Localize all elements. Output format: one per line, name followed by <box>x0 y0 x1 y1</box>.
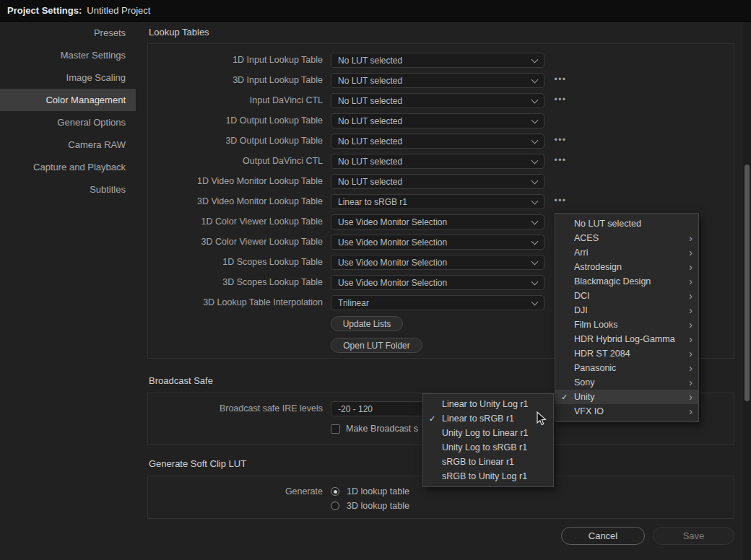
open-lut-folder-button[interactable]: Open LUT Folder <box>331 338 422 353</box>
submenu-arrow-icon: › <box>689 334 694 344</box>
dropdown-value: Use Video Monitor Selection <box>338 258 532 268</box>
dropdown-3d-lut-interpolation[interactable]: Trilinear <box>331 295 544 310</box>
menu-item-unity[interactable]: ✓Unity› <box>555 390 698 404</box>
sidebar-item-general-options[interactable]: General Options <box>0 111 136 134</box>
chevron-down-icon <box>531 237 539 245</box>
sidebar-item-master-settings[interactable]: Master Settings <box>0 44 136 66</box>
sidebar-item-label: Camera RAW <box>68 139 126 150</box>
field-label: 3D Color Viewer Lookup Table <box>147 235 323 250</box>
dropdown-1d-input-lut[interactable]: No LUT selected <box>331 53 544 68</box>
save-button[interactable]: Save <box>653 527 734 545</box>
sidebar-item-capture-and-playback[interactable]: Capture and Playback <box>0 156 136 178</box>
submenu-item-unity-log-to-srgb-r1[interactable]: Unity Log to sRGB r1 <box>423 440 553 455</box>
checkmark-icon: ✓ <box>429 414 442 424</box>
submenu-arrow-icon: › <box>689 276 694 286</box>
menu-item-dji[interactable]: DJI› <box>555 303 698 318</box>
submenu-arrow-icon: › <box>689 248 694 258</box>
cancel-button[interactable]: Cancel <box>561 527 645 545</box>
menu-item-label: DJI <box>574 305 689 315</box>
menu-item-vfx-io[interactable]: VFX IO› <box>555 404 698 419</box>
dropdown-3d-output-lut[interactable]: No LUT selected <box>331 134 544 149</box>
menu-item-panasonic[interactable]: Panasonic› <box>555 361 698 375</box>
sidebar-item-camera-raw[interactable]: Camera RAW <box>0 134 136 156</box>
section-header-broadcast-safe: Broadcast Safe <box>149 375 213 387</box>
dropdown-value: No LUT selected <box>338 116 532 126</box>
dropdown-1d-color-viewer-lut[interactable]: Use Video Monitor Selection <box>331 214 544 229</box>
dropdown-1d-scopes-lut[interactable]: Use Video Monitor Selection <box>331 255 544 270</box>
menu-item-astrodesign[interactable]: Astrodesign› <box>555 260 698 274</box>
menu-item-sony[interactable]: Sony› <box>555 375 698 390</box>
field-label: Generate <box>147 486 323 497</box>
submenu-arrow-icon: › <box>689 392 694 402</box>
menu-item-hdr-hybrid-log-gamma[interactable]: HDR Hybrid Log-Gamma› <box>555 332 698 346</box>
title-bar: Project Settings: Untitled Project <box>0 0 751 22</box>
dropdown-3d-input-lut[interactable]: No LUT selected <box>331 73 544 88</box>
field-label: 1D Input Lookup Table <box>147 53 323 68</box>
submenu-item-srgb-to-unity-log-r1[interactable]: sRGB to Unity Log r1 <box>423 469 553 484</box>
field-label: 1D Scopes Lookup Table <box>147 255 323 270</box>
menu-item-label: Unity <box>574 392 689 402</box>
menu-item-no-lut-selected[interactable]: No LUT selected <box>555 216 698 231</box>
more-options-button[interactable]: ••• <box>550 134 570 149</box>
chevron-down-icon <box>531 298 539 305</box>
window-title: Project Settings: <box>7 5 82 16</box>
submenu-arrow-icon: › <box>689 363 694 373</box>
scrollbar-thumb[interactable] <box>745 165 750 401</box>
more-options-button[interactable]: ••• <box>550 73 570 88</box>
sidebar-item-subtitles[interactable]: Subtitles <box>0 178 136 201</box>
menu-item-label: ACES <box>574 233 689 243</box>
menu-item-label: VFX IO <box>574 406 689 416</box>
chevron-down-icon <box>531 157 539 164</box>
dropdown-1d-video-monitor-lut[interactable]: No LUT selected <box>331 174 544 189</box>
menu-item-arri[interactable]: Arri› <box>555 245 698 260</box>
dropdown-input-davinci-ctl[interactable]: No LUT selected <box>331 93 544 108</box>
radio-3d-lookup-table[interactable] <box>331 502 339 510</box>
menu-item-label: Arri <box>574 248 689 258</box>
menu-item-label: Astrodesign <box>574 262 689 272</box>
menu-item-film-looks[interactable]: Film Looks› <box>555 318 698 332</box>
field-label: 1D Output Lookup Table <box>147 113 323 128</box>
sidebar-item-image-scaling[interactable]: Image Scaling <box>0 66 136 89</box>
menu-item-label: sRGB to Linear r1 <box>442 457 549 467</box>
update-lists-button[interactable]: Update Lists <box>331 316 403 331</box>
more-options-button[interactable]: ••• <box>550 194 570 209</box>
sidebar-item-label: Capture and Playback <box>33 162 126 172</box>
sidebar-item-label: Subtitles <box>90 184 126 195</box>
submenu-item-linear-to-srgb-r1[interactable]: ✓Linear to sRGB r1 <box>423 411 553 426</box>
submenu-item-unity-log-to-linear-r1[interactable]: Unity Log to Linear r1 <box>423 426 553 440</box>
sidebar-item-label: Master Settings <box>61 50 126 61</box>
dropdown-value: No LUT selected <box>338 136 532 146</box>
dropdown-3d-video-monitor-lut[interactable]: Linear to sRGB r1 <box>331 194 544 209</box>
sidebar-item-color-management[interactable]: Color Management <box>0 89 136 111</box>
field-label: 3D Input Lookup Table <box>147 73 323 88</box>
field-label: 3D Output Lookup Table <box>147 134 323 149</box>
field-label: 1D Color Viewer Lookup Table <box>147 214 323 229</box>
menu-item-blackmagic-design[interactable]: Blackmagic Design› <box>555 274 698 289</box>
menu-item-dci[interactable]: DCI› <box>555 289 698 303</box>
submenu-arrow-icon: › <box>689 406 694 416</box>
chevron-down-icon <box>531 76 539 83</box>
menu-item-aces[interactable]: ACES› <box>555 231 698 245</box>
dropdown-output-davinci-ctl[interactable]: No LUT selected <box>331 154 544 169</box>
dropdown-1d-output-lut[interactable]: No LUT selected <box>331 113 544 128</box>
submenu-arrow-icon: › <box>689 291 694 301</box>
menu-item-label: DCI <box>574 291 689 301</box>
more-options-button[interactable]: ••• <box>550 93 570 108</box>
menu-item-hdr-st-2084[interactable]: HDR ST 2084› <box>555 346 698 361</box>
radio-1d-lookup-table[interactable] <box>331 487 339 496</box>
submenu-item-srgb-to-linear-r1[interactable]: sRGB to Linear r1 <box>423 455 553 469</box>
radio-label: 3D lookup table <box>347 500 409 512</box>
dropdown-value: Use Video Monitor Selection <box>338 217 532 227</box>
field-label: 1D Video Monitor Lookup Table <box>147 174 323 189</box>
project-settings-window: Project Settings: Untitled Project Prese… <box>0 0 751 560</box>
more-options-button[interactable]: ••• <box>550 154 570 169</box>
dropdown-3d-color-viewer-lut[interactable]: Use Video Monitor Selection <box>331 235 544 250</box>
sidebar-item-presets[interactable]: Presets <box>0 22 136 44</box>
checkbox-label: Make Broadcast s <box>346 423 418 434</box>
submenu-item-linear-to-unity-log-r1[interactable]: Linear to Unity Log r1 <box>423 397 553 411</box>
dropdown-value: Use Video Monitor Selection <box>338 237 532 248</box>
sidebar-item-label: Image Scaling <box>66 72 126 83</box>
make-broadcast-safe-checkbox[interactable] <box>331 424 340 434</box>
dropdown-3d-scopes-lut[interactable]: Use Video Monitor Selection <box>331 275 544 290</box>
submenu-arrow-icon: › <box>689 349 694 359</box>
